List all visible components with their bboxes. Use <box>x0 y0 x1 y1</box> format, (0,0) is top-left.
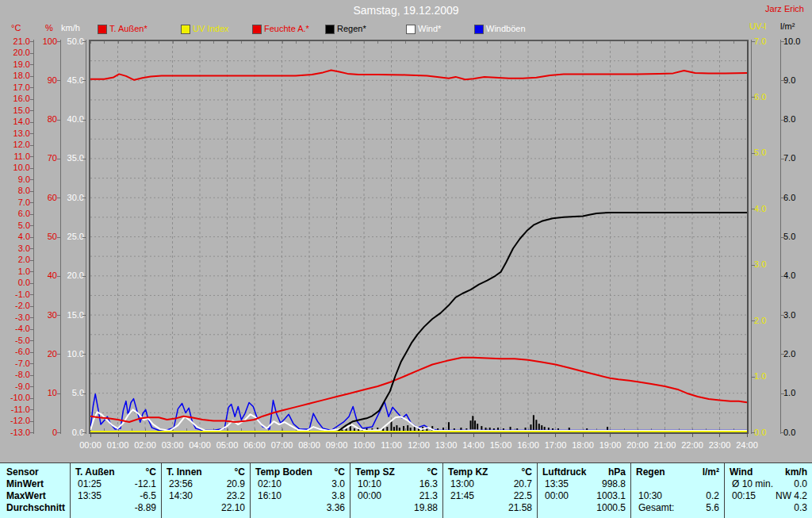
table-column-header: Regenl/m² <box>631 466 724 478</box>
x-axis-label-1700: 17:00 <box>542 440 570 450</box>
table-cell-row: 00:001003.1 <box>538 490 630 502</box>
lm2-tick-mark <box>781 354 784 355</box>
temp-tick-mark <box>30 363 33 364</box>
x-axis-label-1000: 10:00 <box>350 440 378 450</box>
temp-tick-mark <box>30 421 33 422</box>
legend-label-2: UV Index <box>193 24 228 33</box>
legend-chip-2 <box>181 25 190 34</box>
wind-tick-label: 30.0 <box>49 193 84 203</box>
temp-tick-label: 20.0 <box>2 48 30 58</box>
uv-tick-mark <box>752 97 755 98</box>
x-axis-label-1600: 16:00 <box>514 440 542 450</box>
temp-tick-label: 2.0 <box>2 255 30 265</box>
lm2-tick-label: 5.0 <box>783 232 809 242</box>
legend-label-4: Regen* <box>337 24 366 33</box>
table-row-label-text: MinWert <box>6 478 44 490</box>
temp-tick-label: 17.0 <box>2 82 30 93</box>
temp-tick-label: -8.0 <box>2 370 30 380</box>
legend-label-5: Wind* <box>418 24 441 33</box>
legend-chip-1 <box>98 25 107 34</box>
temp-tick-label: 4.0 <box>2 232 30 242</box>
cell-time: Gesamt: <box>638 502 674 514</box>
temp-tick-mark <box>30 53 33 54</box>
table-row-label: MinWert <box>0 478 70 490</box>
x-axis-label-0400: 04:00 <box>186 440 214 450</box>
lm2-tick-label: 9.0 <box>783 75 809 86</box>
temp-tick-mark <box>30 283 33 284</box>
rain-intensity-bar <box>533 415 534 432</box>
x-axis-label-2000: 20:00 <box>623 440 652 450</box>
temp-tick-mark <box>30 260 33 261</box>
x-axis-label-1200: 12:00 <box>404 440 433 450</box>
x-axis-label-2200: 22:00 <box>678 440 707 450</box>
lm2-tick-label: 0.0 <box>783 428 809 438</box>
uv-tick-label: 6.0 <box>754 92 778 102</box>
axis-header-percent: % <box>45 23 53 33</box>
uv-tick-mark <box>752 41 755 42</box>
cell-value: 1000.5 <box>596 502 626 514</box>
table-cell-row: 21.58 <box>443 502 537 514</box>
lm2-tick-label: 1.0 <box>783 388 809 398</box>
lm2-tick-mark <box>781 198 784 198</box>
x-axis-hour-ticks <box>90 434 748 437</box>
table-column-tempkz: Temp KZ°C13:0020.721:4522.521.58 <box>442 463 537 518</box>
lm2-tick-mark <box>781 393 784 394</box>
table-row-label: Durchschnitt <box>0 502 70 514</box>
sensor-unit: l/m² <box>703 466 719 478</box>
temp-tick-label: -5.0 <box>2 336 30 346</box>
table-cell-row: 10:300.2 <box>631 490 724 502</box>
temp-tick-label: -9.0 <box>2 382 30 392</box>
wind-tick-mark <box>82 354 86 355</box>
legend-chip-6 <box>474 25 484 34</box>
temp-tick-label: -1.0 <box>2 290 30 300</box>
temp-tick-mark <box>30 87 33 88</box>
temp-tick-mark <box>30 99 33 100</box>
cell-value: 0.2 <box>706 490 719 502</box>
sensor-title: T. Außen <box>75 466 115 478</box>
wind-tick-label: 50.0 <box>49 36 84 47</box>
wind-tick-mark <box>82 276 86 277</box>
lm2-tick-mark <box>781 80 784 81</box>
table-column-header: T. Innen°C <box>162 466 250 478</box>
table-column-header: Temp KZ°C <box>443 466 537 478</box>
table-row-label-text: Sensor <box>6 466 39 478</box>
temp-tick-label: 21.0 <box>2 36 30 47</box>
temp-tick-mark <box>30 214 33 215</box>
wind-tick-label: 0.0 <box>49 428 84 438</box>
cell-value: 3.8 <box>331 490 345 502</box>
wind-tick-mark <box>82 159 86 159</box>
temp-tick-mark <box>30 248 33 249</box>
lm2-tick-mark <box>781 432 784 433</box>
cell-value: 1003.1 <box>596 490 626 502</box>
temp-tick-mark <box>30 294 33 295</box>
uv-tick-mark <box>752 432 755 433</box>
sensor-title: Temp Boden <box>255 466 312 478</box>
temp-tick-mark <box>30 329 33 330</box>
cell-value: -6.5 <box>140 490 156 502</box>
legend-label-1: T. Außen* <box>109 24 147 33</box>
temp-tick-mark <box>30 179 33 180</box>
cell-value: 20.7 <box>514 478 532 490</box>
sensor-unit: hPa <box>608 466 626 478</box>
table-cell-row: 10:1016.3 <box>350 478 442 490</box>
x-axis-label-1100: 11:00 <box>377 440 406 450</box>
wind-tick-label: 20.0 <box>49 271 84 281</box>
sensor-summary-table: SensorMinWertMaxWertDurchschnittT. Außen… <box>0 462 812 518</box>
temp-tick-label: 18.0 <box>2 71 30 81</box>
cell-value: NW 4.2 <box>776 490 807 502</box>
cell-value: 20.9 <box>227 478 245 490</box>
temp-tick-label: 8.0 <box>2 186 30 196</box>
cell-time: 00:00 <box>545 490 569 502</box>
table-cell-row: 00:0021.3 <box>350 490 442 502</box>
weather-chart-plot <box>90 41 747 432</box>
x-axis-label-0900: 09:00 <box>323 440 351 450</box>
sensor-title: Luftdruck <box>542 466 586 478</box>
temp-tick-mark <box>30 409 33 410</box>
table-cell-row: 3.36 <box>251 502 350 514</box>
temp-tick-label: -6.0 <box>2 347 30 357</box>
table-row-label-text: MaxWert <box>6 490 46 502</box>
cell-value: -12.1 <box>135 478 156 490</box>
temp-tick-label: 7.0 <box>2 198 30 208</box>
wind-tick-label: 25.0 <box>49 232 84 242</box>
wind-tick-label: 5.0 <box>49 388 84 398</box>
